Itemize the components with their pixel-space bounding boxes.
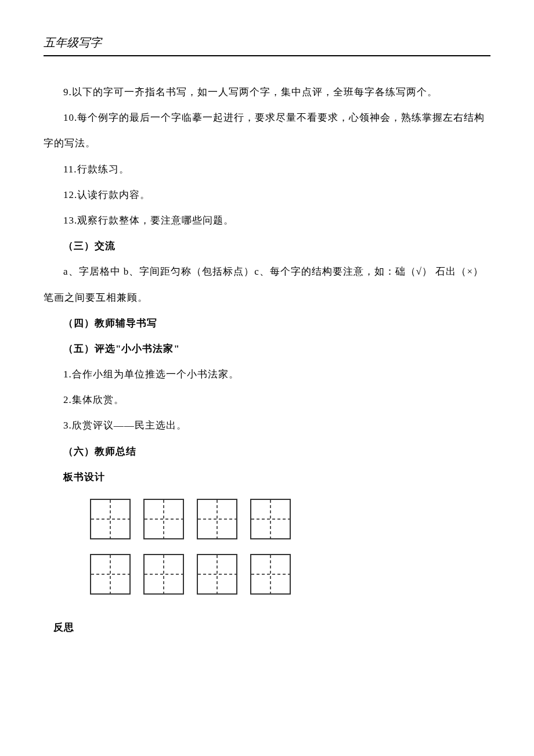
section-heading-5: （五）评选"小小书法家" [44, 336, 490, 362]
paragraph-exchange: a、字居格中 b、字间距匀称（包括标点）c、每个字的结构要注意，如：础（√） 石… [44, 259, 490, 310]
tianzi-grid-row-2 [90, 554, 490, 595]
paragraph-5-3: 3.欣赏评议——民主选出。 [44, 413, 490, 438]
paragraph-5-1: 1.合作小组为单位推选一个小书法家。 [44, 362, 490, 387]
tianzi-grid-row-1 [90, 499, 490, 539]
paragraph-9: 9.以下的字可一齐指名书写，如一人写两个字，集中点评，全班每字各练写两个。 [44, 80, 490, 105]
tianzi-grid-cell [90, 499, 131, 539]
paragraph-10: 10.每个例字的最后一个字临摹一起进行，要求尽量不看要求，心领神会，熟练掌握左右… [44, 105, 490, 156]
paragraph-13: 13.观察行款整体，要注意哪些问题。 [44, 208, 490, 233]
tianzi-grid-cell [143, 554, 184, 595]
paragraph-11: 11.行款练习。 [44, 157, 490, 182]
tianzi-grid-cell [90, 554, 131, 595]
tianzi-grid-cell [250, 499, 291, 539]
paragraph-12: 12.认读行款内容。 [44, 182, 490, 208]
tianzi-grid-cell [197, 499, 237, 539]
section-heading-3: （三）交流 [44, 233, 490, 259]
section-heading-6: （六）教师总结 [44, 439, 490, 465]
paragraph-5-2: 2.集体欣赏。 [44, 387, 490, 413]
tianzi-grid-cell [250, 554, 291, 595]
board-design-heading: 板书设计 [44, 465, 490, 490]
section-heading-4: （四）教师辅导书写 [44, 311, 490, 336]
reflection-heading: 反思 [44, 615, 490, 640]
tianzi-grid-cell [197, 554, 237, 595]
tianzi-grid-cell [143, 499, 184, 539]
document-content: 9.以下的字可一齐指名书写，如一人写两个字，集中点评，全班每字各练写两个。 10… [44, 80, 490, 640]
page-header-title: 五年级写字 [44, 35, 490, 56]
